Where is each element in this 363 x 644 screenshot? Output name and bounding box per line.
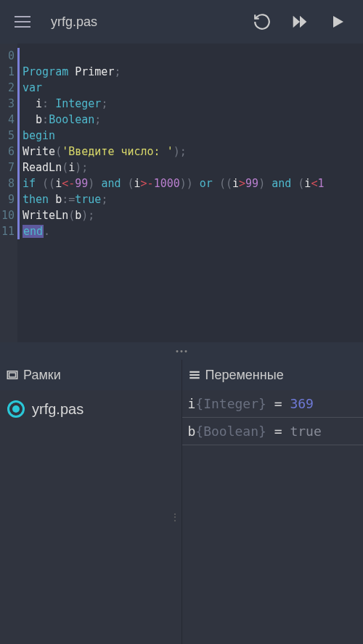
svg-rect-7: [189, 377, 200, 379]
top-toolbar: yrfg.pas: [0, 0, 363, 44]
line-number: 10: [0, 207, 15, 223]
var-value: 369: [290, 396, 314, 411]
var-name: b: [188, 424, 196, 439]
code-editor[interactable]: 0 1 2 3 4 5 6 7 8 9 10 11 Program Primer…: [0, 44, 363, 342]
keyword: then: [23, 193, 49, 206]
frames-title: Рамки: [23, 368, 61, 383]
svg-rect-4: [9, 373, 16, 377]
var-value: true: [290, 424, 321, 439]
identifier: Primer: [75, 65, 114, 78]
number: 99: [75, 177, 88, 190]
punct: :: [42, 97, 49, 110]
line-number: 8: [0, 176, 15, 191]
punct: );: [174, 145, 187, 158]
keyword-highlighted: end: [23, 225, 44, 238]
type: Integer: [55, 97, 101, 110]
punct: :: [42, 113, 49, 126]
operator: >-: [141, 177, 154, 190]
frame-label: yrfg.pas: [32, 401, 83, 418]
punct: (: [291, 177, 304, 190]
identifier: b: [55, 193, 62, 206]
frames-panel: Рамки yrfg.pas ⋮: [0, 360, 182, 644]
line-number: 1: [0, 64, 15, 80]
list-icon: [188, 368, 201, 381]
punct: ): [88, 177, 101, 190]
line-number: 2: [0, 80, 15, 96]
punct: (: [68, 209, 75, 222]
line-number: 0: [0, 48, 15, 64]
var-eq: =: [266, 424, 290, 439]
punct: )): [180, 177, 200, 190]
keyword: or: [200, 177, 213, 190]
identifier: b: [75, 209, 81, 222]
menu-icon[interactable]: [9, 7, 38, 36]
punct: );: [81, 209, 94, 222]
func: Write: [23, 145, 55, 158]
frames-body: yrfg.pas ⋮: [0, 390, 182, 644]
svg-rect-5: [189, 371, 200, 373]
punct: ;: [114, 65, 121, 78]
func: WriteLn: [23, 209, 68, 222]
line-number: 5: [0, 128, 15, 144]
string: 'Введите число: ': [62, 145, 174, 158]
run-controls: [251, 11, 354, 33]
punct: (: [121, 177, 134, 190]
line-number: 4: [0, 112, 15, 128]
line-number: 3: [0, 96, 15, 112]
reload-icon[interactable]: [251, 11, 273, 33]
debug-panels: Рамки yrfg.pas ⋮ Переменные i{Integer} =…: [0, 360, 363, 644]
keyword: Program: [23, 65, 68, 78]
identifier: i: [68, 161, 75, 174]
variables-panel: Переменные i{Integer} = 369 b{Boolean} =…: [182, 360, 364, 644]
punct: (: [62, 161, 68, 174]
identifier: i: [55, 177, 62, 190]
punct: );: [75, 161, 88, 174]
punct: .: [44, 225, 50, 238]
code-area[interactable]: Program Primer; var i: Integer; b:Boolea…: [20, 44, 363, 342]
keyword: var: [23, 81, 42, 94]
punct: ((: [36, 177, 55, 190]
play-icon[interactable]: [327, 11, 348, 33]
punct: ;: [101, 97, 107, 110]
splitter-horizontal[interactable]: •••: [0, 342, 363, 360]
func: ReadLn: [23, 161, 62, 174]
variable-row[interactable]: b{Boolean} = true: [182, 418, 364, 445]
identifier: i: [134, 177, 141, 190]
identifier: b: [36, 113, 42, 126]
boolean: true: [75, 193, 101, 206]
operator: <-: [62, 177, 75, 190]
fast-forward-icon[interactable]: [289, 11, 311, 33]
punct: :=: [62, 193, 75, 206]
line-number: 6: [0, 144, 15, 160]
punct: ;: [94, 113, 101, 126]
frames-icon: [6, 368, 19, 381]
keyword: begin: [23, 129, 55, 142]
variable-row[interactable]: i{Integer} = 369: [182, 390, 364, 418]
punct: (: [55, 145, 62, 158]
var-type: {Boolean}: [195, 424, 266, 439]
variables-header: Переменные: [182, 360, 364, 390]
var-name: i: [188, 396, 196, 411]
svg-marker-0: [293, 16, 300, 28]
identifier: i: [36, 97, 42, 110]
keyword: and: [272, 177, 291, 190]
punct: ): [258, 177, 272, 190]
keyword: and: [101, 177, 121, 190]
type: Boolean: [49, 113, 94, 126]
punct: ((: [213, 177, 232, 190]
line-number: 11: [0, 223, 15, 239]
keyword: if: [23, 177, 36, 190]
identifier: i: [232, 177, 239, 190]
splitter-vertical[interactable]: ⋮: [168, 507, 182, 527]
number: 1000: [154, 177, 180, 190]
variables-body: i{Integer} = 369 b{Boolean} = true: [182, 390, 364, 644]
variables-title: Переменные: [205, 368, 284, 383]
var-type: {Integer}: [195, 396, 266, 411]
frames-header: Рамки: [0, 360, 182, 390]
svg-rect-6: [189, 374, 200, 376]
punct: ;: [101, 193, 107, 206]
number: 99: [245, 177, 258, 190]
frame-item[interactable]: yrfg.pas: [0, 396, 182, 422]
radio-selected-icon: [7, 400, 25, 418]
var-eq: =: [266, 396, 290, 411]
